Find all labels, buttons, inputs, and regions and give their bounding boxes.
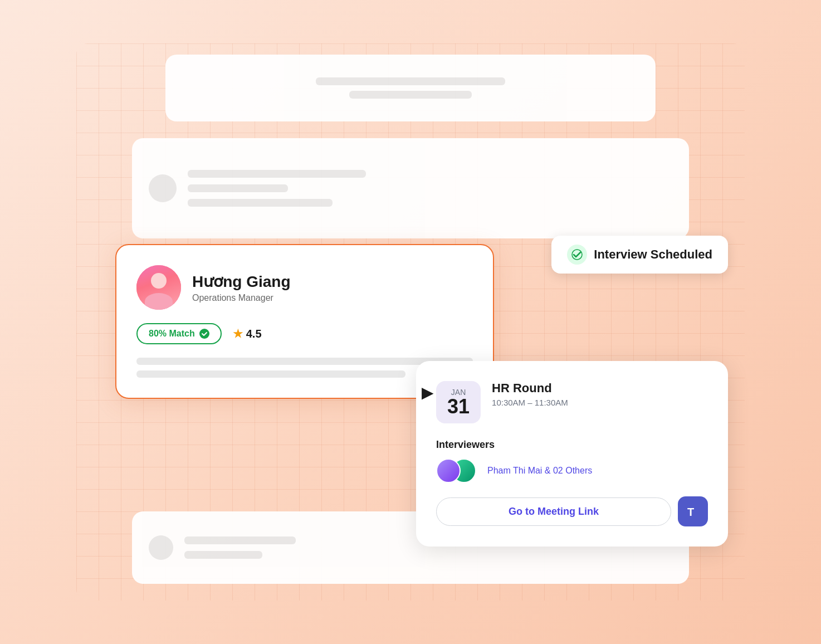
interview-scheduled-badge: Interview Scheduled <box>551 236 728 274</box>
svg-text:T: T <box>687 506 694 518</box>
meeting-link-button[interactable]: Go to Meeting Link <box>436 497 671 526</box>
placeholder-line <box>184 536 296 544</box>
interviewer-names: Pham Thi Mai & 02 Others <box>487 466 592 476</box>
scene: Interview Scheduled Hương Giang Operatio… <box>76 43 745 601</box>
date-day: 31 <box>447 397 470 417</box>
check-badge-icon <box>567 245 587 265</box>
placeholder-line <box>316 77 505 85</box>
match-row: 80% Match ★ 4.5 <box>136 323 473 344</box>
round-name: HR Round <box>492 381 568 396</box>
placeholder-avatar <box>149 174 177 202</box>
teams-button[interactable]: T <box>678 496 708 526</box>
time-slot: 10:30AM – 11:30AM <box>492 398 568 407</box>
avatar-image <box>136 265 181 310</box>
placeholder-line <box>184 551 262 559</box>
date-box: Jan 31 <box>436 381 481 423</box>
placeholder-line <box>136 370 405 378</box>
placeholder-line <box>349 91 472 99</box>
candidate-info: Hương Giang Operations Manager <box>192 272 291 303</box>
candidate-header: Hương Giang Operations Manager <box>136 265 473 310</box>
avatar <box>136 265 181 310</box>
bg-card-mid <box>132 138 689 238</box>
placeholder-line <box>188 199 333 207</box>
candidate-title: Operations Manager <box>192 293 291 303</box>
schedule-header: Jan 31 HR Round 10:30AM – 11:30AM <box>436 381 708 423</box>
rating-value: 4.5 <box>246 328 262 340</box>
interviewers-row: Pham Thi Mai & 02 Others <box>436 458 708 483</box>
svg-point-1 <box>199 329 209 339</box>
placeholder-avatar <box>149 535 173 560</box>
meeting-row[interactable]: Go to Meeting Link T <box>436 496 708 526</box>
interviewer-avatar-1 <box>436 458 461 483</box>
rating: ★ 4.5 <box>233 327 262 340</box>
placeholder-line <box>188 170 366 178</box>
match-badge: 80% Match <box>136 323 222 344</box>
star-icon: ★ <box>233 327 243 340</box>
interviewers-label: Interviewers <box>436 439 708 451</box>
arrow-pointer: ▶ <box>422 383 434 402</box>
match-text: 80% Match <box>149 329 195 339</box>
placeholder-content <box>188 170 672 207</box>
candidate-name: Hương Giang <box>192 272 291 291</box>
placeholder-line <box>188 184 288 192</box>
round-info: HR Round 10:30AM – 11:30AM <box>492 381 568 407</box>
schedule-card: Jan 31 HR Round 10:30AM – 11:30AM Interv… <box>416 361 728 547</box>
interview-scheduled-text: Interview Scheduled <box>594 247 712 262</box>
interviewer-avatars <box>436 458 481 483</box>
bg-card-top <box>165 55 656 121</box>
